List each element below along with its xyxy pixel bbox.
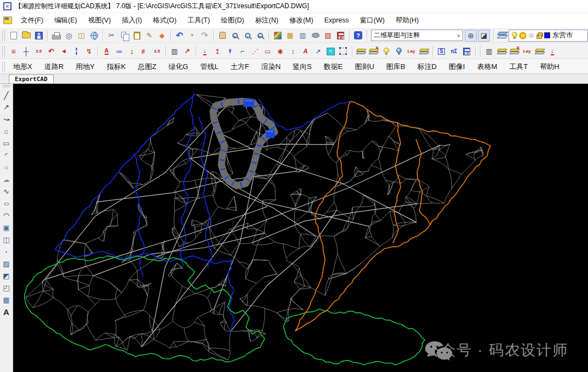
menu-item-3[interactable]: 插入(I)	[116, 14, 147, 26]
menu-item-6[interactable]: 绘图(D)	[215, 14, 249, 26]
layer-freeze-bulb-icon[interactable]	[392, 45, 405, 58]
workspace-switch-icon[interactable]: ◪	[478, 30, 490, 42]
ground-level-icon[interactable]: ↓	[198, 45, 211, 58]
publish-icon[interactable]: ◫	[75, 29, 88, 42]
curve-arrow-icon[interactable]: ↶	[45, 45, 58, 58]
plugin-menu-item-8[interactable]: 渲染N	[255, 60, 287, 74]
design-center-icon[interactable]: ▦	[284, 29, 296, 42]
quick-select-icon[interactable]: S	[435, 45, 448, 58]
revision-cloud-icon[interactable]: ☁	[1, 174, 12, 185]
plugin-menu-item-6[interactable]: 管线L	[194, 60, 224, 74]
new-file-icon[interactable]	[7, 29, 20, 42]
divider-line-icon[interactable]: ╏	[70, 45, 83, 58]
workspace-combo[interactable]: 二维草图与注释 ∨	[371, 30, 463, 41]
plugin-menu-item-15[interactable]: 表格M	[471, 60, 503, 74]
toolbar-grip[interactable]	[2, 30, 5, 41]
menu-item-0[interactable]: 文件(F)	[15, 14, 49, 26]
pick-point-icon[interactable]: ↗	[181, 45, 193, 58]
layers-palette-icon[interactable]	[496, 29, 509, 42]
plugin-menu-item-5[interactable]: 绿化G	[162, 60, 194, 74]
toolbar-grip[interactable]	[3, 85, 10, 87]
layer-color-swatch[interactable]	[544, 32, 550, 38]
match-properties-icon[interactable]: ✎	[143, 29, 156, 42]
menu-item-11[interactable]: 帮助(H)	[390, 14, 424, 26]
copy-icon[interactable]	[118, 29, 130, 42]
ground-bar-icon[interactable]: ↓	[546, 45, 558, 58]
zoom-window-icon[interactable]: ▫	[241, 29, 254, 42]
dim-width-icon[interactable]: A	[100, 45, 113, 58]
layer-gear-icon[interactable]: ⊛	[528, 31, 534, 39]
layer-stack-icon[interactable]	[418, 45, 430, 58]
layer-visibility-bulb-icon[interactable]	[512, 32, 517, 37]
rectangle-icon[interactable]: ▭	[1, 138, 12, 149]
undo-icon[interactable]: ↶	[173, 29, 186, 42]
dim-update-icon[interactable]: ↨	[125, 45, 138, 58]
plugin-menu-item-14[interactable]: 图像I	[443, 60, 471, 74]
spline-icon[interactable]: ∿	[1, 186, 12, 197]
layer-merge-icon[interactable]	[495, 45, 508, 58]
table-import-icon[interactable]: ▥	[483, 45, 495, 58]
arc-icon[interactable]: ◜	[1, 150, 12, 161]
table-export-icon[interactable]: ▥	[168, 45, 181, 58]
dim-chain-icon[interactable]: ≔	[113, 45, 125, 58]
menu-item-8[interactable]: 修改(M)	[284, 14, 319, 26]
undo-options-icon[interactable]: ▾	[186, 29, 198, 42]
hatch-icon[interactable]: ▨	[1, 258, 12, 270]
tool-palettes-icon[interactable]: ▥	[296, 29, 309, 42]
paste-icon[interactable]	[130, 29, 143, 42]
calc-table-icon[interactable]	[460, 45, 473, 58]
zoom-previous-icon[interactable]: ↩	[254, 29, 266, 42]
plugin-menu-item-9[interactable]: 竖向S	[287, 60, 318, 74]
ellipse-arc-icon[interactable]: ◠	[1, 210, 12, 221]
dashed-rect-icon[interactable]: ▭	[261, 45, 274, 58]
section-line-icon[interactable]: ↕	[287, 45, 299, 58]
dim-delete-icon[interactable]: ≢	[138, 45, 151, 58]
sum-count-icon[interactable]: nΣ	[448, 45, 460, 58]
layer-thaw-icon[interactable]	[520, 32, 526, 39]
mtext-icon[interactable]: A	[1, 306, 12, 318]
render-icon[interactable]	[309, 29, 322, 42]
table-icon[interactable]: ▦	[1, 294, 12, 306]
ellipse-icon[interactable]: ○	[1, 198, 12, 209]
point-star-icon[interactable]: ∗	[274, 45, 287, 58]
layer-on-bulb-icon[interactable]	[380, 45, 392, 58]
dim-text-35-icon[interactable]: 3.5	[151, 45, 163, 58]
open-file-icon[interactable]	[20, 29, 32, 42]
layer-edit-icon[interactable]	[355, 45, 367, 58]
layer-lay2-icon[interactable]: Lay	[521, 45, 533, 58]
move-dashed-icon[interactable]: ↟	[224, 45, 236, 58]
speaker-icon[interactable]: ◄	[58, 45, 70, 58]
gradient-icon[interactable]: ◩	[1, 270, 12, 282]
layer-copy-icon[interactable]	[533, 45, 546, 58]
workspace-settings-icon[interactable]: ⊛	[465, 30, 477, 42]
extrude-icon[interactable]: ↗	[312, 45, 324, 58]
menu-item-9[interactable]: Express	[319, 14, 355, 26]
toolbar-grip[interactable]	[2, 46, 5, 57]
erase-icon[interactable]: ◆	[156, 29, 168, 42]
zoom-realtime-icon[interactable]: ±	[229, 29, 241, 42]
menu-item-2[interactable]: 视图(V)	[83, 14, 117, 26]
print-preview-icon[interactable]: ◎	[62, 29, 75, 42]
circle-icon[interactable]: ○	[1, 162, 12, 173]
plugin-menu-item-0[interactable]: 地形X	[7, 60, 38, 74]
map-canvas[interactable]	[13, 84, 588, 372]
plugin-menu-item-16[interactable]: 工具T	[503, 60, 534, 74]
make-block-icon[interactable]: ◫	[1, 234, 12, 245]
properties-icon[interactable]	[271, 29, 284, 42]
plugin-menu-item-11[interactable]: 图则U	[349, 60, 380, 74]
help-icon[interactable]: ?	[352, 29, 364, 42]
print-icon[interactable]	[50, 29, 62, 42]
layer-lock-icon[interactable]	[536, 35, 542, 39]
cut-icon[interactable]: ✂	[105, 29, 118, 42]
markup-icon[interactable]: ▨	[322, 29, 334, 42]
redo-icon[interactable]: ↷	[198, 29, 211, 42]
zigzag-line-icon[interactable]: ↯	[83, 45, 95, 58]
menu-item-4[interactable]: 格式(O)	[147, 14, 182, 26]
menu-item-1[interactable]: 编辑(E)	[49, 14, 83, 26]
plugin-menu-item-12[interactable]: 图库B	[380, 60, 412, 74]
plugin-menu-item-1[interactable]: 道路R	[38, 60, 70, 74]
polyline-icon[interactable]: ↝	[1, 113, 12, 125]
menu-item-7[interactable]: 标注(N)	[250, 14, 284, 26]
slope-dots-icon[interactable]: ⋰	[249, 45, 261, 58]
plugin-menu-item-17[interactable]: 帮助H	[534, 60, 565, 74]
